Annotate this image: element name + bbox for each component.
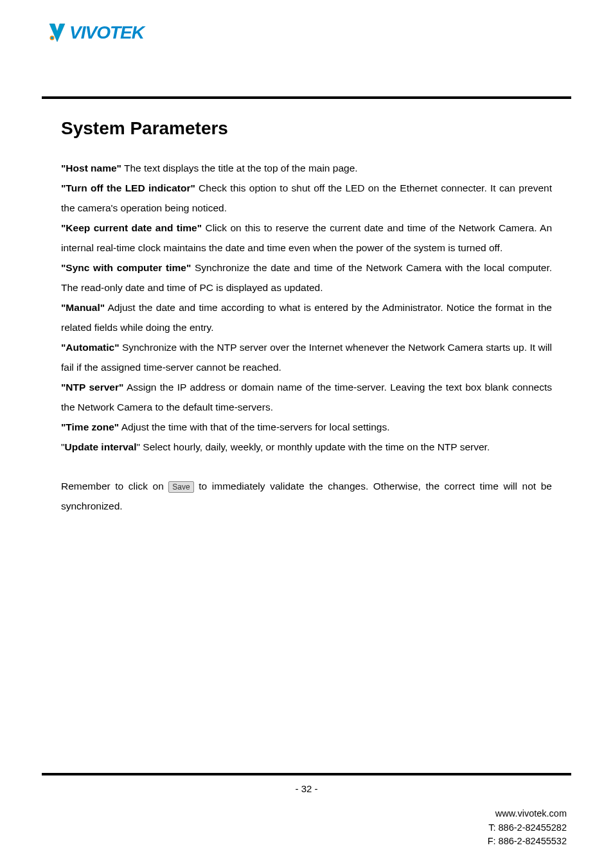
brand-logo: VIVOTEK (48, 22, 613, 43)
body-text: "Host name" The text displays the title … (61, 158, 552, 516)
header: VIVOTEK (0, 0, 613, 96)
param-update-interval: "Update interval" Select hourly, daily, … (61, 437, 552, 457)
param-remember-save: Remember to click on Save to immediately… (61, 476, 552, 516)
param-automatic: "Automatic" Synchronize with the NTP ser… (61, 337, 552, 377)
text-before-save: Remember to click on (61, 481, 168, 492)
text-timezone: Adjust the time with that of the time-se… (119, 421, 389, 432)
label-ntp: "NTP server" (61, 382, 123, 393)
text-manual: Adjust the date and time according to wh… (61, 302, 552, 333)
paragraph-spacer (61, 457, 552, 476)
label-sync: "Sync with computer time" (61, 262, 191, 273)
logo-mark-icon (48, 22, 66, 43)
footer-fax: F: 886-2-82455532 (0, 835, 567, 849)
svg-rect-1 (51, 37, 53, 39)
param-led-indicator: "Turn off the LED indicator" Check this … (61, 178, 552, 218)
save-button[interactable]: Save (168, 481, 193, 493)
text-ntp: Assign the IP address or domain name of … (61, 382, 552, 412)
label-manual: "Manual" (61, 302, 105, 313)
footer-contact: www.vivotek.com T: 886-2-82455282 F: 886… (0, 794, 613, 868)
page-number: - 32 - (0, 783, 613, 794)
label-led: "Turn off the LED indicator" (61, 182, 195, 193)
param-manual: "Manual" Adjust the date and time accord… (61, 297, 552, 337)
text-automatic: Synchronize with the NTP server over the… (61, 342, 552, 373)
label-host-name: "Host name" (61, 163, 121, 173)
param-host-name: "Host name" The text displays the title … (61, 158, 552, 178)
footer-tel: T: 886-2-82455282 (0, 821, 567, 835)
label-automatic: "Automatic" (61, 342, 119, 353)
bottom-divider (42, 773, 571, 775)
param-time-zone: "Time zone" Adjust the time with that of… (61, 417, 552, 437)
text-update: Select hourly, daily, weekly, or monthly… (140, 441, 490, 452)
param-sync-computer: "Sync with computer time" Synchronize th… (61, 258, 552, 297)
brand-name: VIVOTEK (69, 22, 144, 43)
footer-website: www.vivotek.com (0, 807, 567, 821)
page-title: System Parameters (61, 118, 552, 139)
document-content: System Parameters "Host name" The text d… (0, 99, 613, 516)
param-keep-date: "Keep current date and time" Click on th… (61, 218, 552, 258)
label-timezone: "Time zone" (61, 421, 119, 432)
text-host-name: The text displays the title at the top o… (121, 163, 358, 173)
param-ntp-server: "NTP server" Assign the IP address or do… (61, 377, 552, 417)
label-update: Update interval (65, 441, 137, 452)
footer: - 32 - www.vivotek.com T: 886-2-82455282… (0, 773, 613, 868)
label-keep-date: "Keep current date and time" (61, 222, 202, 233)
